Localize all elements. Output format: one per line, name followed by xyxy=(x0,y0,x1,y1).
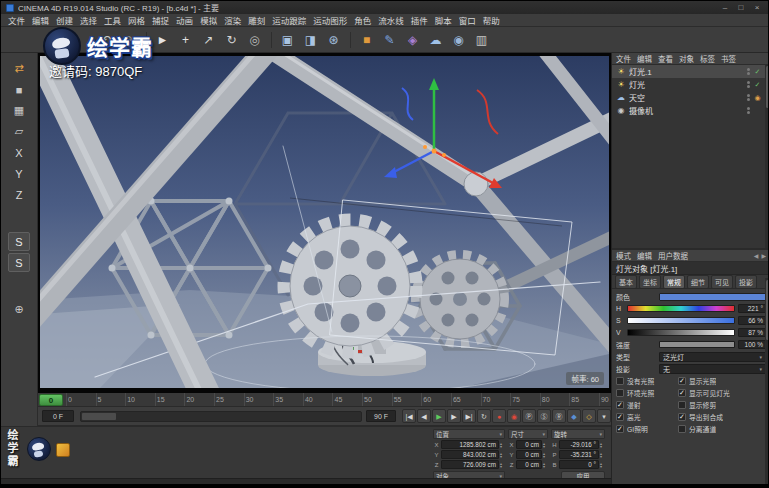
lock-z-axis-icon[interactable]: Z xyxy=(8,185,30,204)
spline-pen-icon[interactable]: ✎ xyxy=(379,29,400,50)
camera-icon[interactable]: ◉ xyxy=(448,29,469,50)
coordinate-field[interactable]: 843.002 cm xyxy=(441,450,499,459)
attribute-tab[interactable]: 细节 xyxy=(687,275,709,289)
color-swatch[interactable] xyxy=(659,293,766,301)
record-rotation-button[interactable]: Ⓡ xyxy=(552,409,566,423)
checkbox[interactable] xyxy=(616,425,624,433)
object-tag-icon[interactable]: ✓ xyxy=(753,81,762,89)
history-forward-icon[interactable]: ▶ xyxy=(761,252,766,259)
separator[interactable] xyxy=(346,32,351,48)
size-dropdown[interactable]: 尺寸 xyxy=(508,429,548,439)
attribute-tab[interactable]: 可见 xyxy=(711,275,733,289)
next-frame-button[interactable]: ▶ xyxy=(447,409,461,423)
render-view-icon[interactable]: ▣ xyxy=(277,29,298,50)
object-manager-menu-item[interactable]: 标签 xyxy=(700,53,715,64)
rotation-dropdown[interactable]: 旋转 xyxy=(551,429,605,439)
stepper-icon[interactable] xyxy=(500,452,505,458)
object-manager-menu-item[interactable]: 查看 xyxy=(658,53,673,64)
playback-options-button[interactable]: ▾ xyxy=(597,409,611,423)
history-back-icon[interactable]: ◀ xyxy=(754,252,759,259)
render-picture-viewer-icon[interactable]: ◨ xyxy=(300,29,321,50)
menu-item[interactable]: 模拟 xyxy=(200,14,217,26)
visibility-toggle-icon[interactable] xyxy=(747,94,750,101)
autokey-button[interactable]: ◉ xyxy=(507,409,521,423)
model-mode-icon[interactable]: ■ xyxy=(8,80,30,99)
deformer-icon[interactable]: ◈ xyxy=(402,29,423,50)
value-value-field[interactable]: 87 % xyxy=(738,328,766,337)
menu-item[interactable]: 角色 xyxy=(354,14,371,26)
checkbox[interactable] xyxy=(678,413,686,421)
object-manager-menu-item[interactable]: 对象 xyxy=(679,53,694,64)
coordinate-field[interactable]: 0 cm xyxy=(516,460,542,469)
saturation-value-field[interactable]: 66 % xyxy=(738,316,766,325)
attribute-tab[interactable]: 常规 xyxy=(663,275,685,289)
rotate-icon[interactable]: ↻ xyxy=(221,29,242,50)
texture-mode-icon[interactable]: ▦ xyxy=(8,101,30,120)
range-end-field[interactable]: 90 F xyxy=(366,410,396,422)
object-manager-menu-item[interactable]: 编辑 xyxy=(637,53,652,64)
object-item[interactable]: ◉ 摄像机 xyxy=(612,104,769,117)
render-settings-icon[interactable]: ⊛ xyxy=(323,29,344,50)
object-item[interactable]: ☀ 灯光 ✓ xyxy=(612,78,769,91)
perspective-viewport[interactable]: 帧率: 60 xyxy=(38,53,611,393)
solo-icon[interactable]: S xyxy=(8,253,30,272)
stepper-icon[interactable] xyxy=(600,462,605,468)
visibility-toggle-icon[interactable] xyxy=(747,107,750,114)
checkbox[interactable] xyxy=(678,401,686,409)
menu-item[interactable]: 帮助 xyxy=(483,14,500,26)
attribute-tab[interactable]: 坐标 xyxy=(639,275,661,289)
viewport-canvas[interactable] xyxy=(40,56,609,388)
stepper-icon[interactable] xyxy=(600,452,605,458)
timeline-ruler[interactable]: 051015202530354045505560657075808590 0 xyxy=(38,393,611,407)
checkbox[interactable] xyxy=(616,377,624,385)
object-manager-menu-item[interactable]: 文件 xyxy=(616,53,631,64)
checkbox[interactable] xyxy=(678,389,686,397)
stepper-icon[interactable] xyxy=(543,442,548,448)
stepper-icon[interactable] xyxy=(500,442,505,448)
light-type-dropdown[interactable]: 泛光灯 xyxy=(659,352,766,362)
checkbox[interactable] xyxy=(678,425,686,433)
display-mode-icon[interactable]: ▥ xyxy=(471,29,492,50)
menu-item[interactable]: 文件 xyxy=(8,14,25,26)
object-manager-scrollbar[interactable] xyxy=(765,65,769,248)
attribute-menu-mode[interactable]: 模式 xyxy=(616,250,631,261)
attribute-menu-edit[interactable]: 编辑 xyxy=(637,250,652,261)
environment-icon[interactable]: ☁ xyxy=(425,29,446,50)
menu-item[interactable]: 动画 xyxy=(176,14,193,26)
checkbox[interactable] xyxy=(678,377,686,385)
hue-slider[interactable] xyxy=(627,305,735,312)
range-slider[interactable] xyxy=(80,411,362,422)
separator[interactable] xyxy=(267,32,272,48)
menu-item[interactable]: 捕捉 xyxy=(152,14,169,26)
object-tag-icon[interactable]: ◉ xyxy=(753,94,762,102)
attribute-menu-userdata[interactable]: 用户数据 xyxy=(658,250,688,261)
record-parameter-button[interactable]: ◆ xyxy=(567,409,581,423)
checkbox[interactable] xyxy=(616,401,624,409)
menu-item[interactable]: 工具 xyxy=(104,14,121,26)
menu-item[interactable]: 网格 xyxy=(128,14,145,26)
lock-y-axis-icon[interactable]: Y xyxy=(8,164,30,183)
minimize-button[interactable]: – xyxy=(719,2,731,13)
menu-item[interactable]: 运动跟踪 xyxy=(272,14,306,26)
coordinate-field[interactable]: -29.016 ° xyxy=(559,440,599,449)
maximize-button[interactable]: □ xyxy=(735,2,747,13)
keyframe-selection-button[interactable]: ◇ xyxy=(582,409,596,423)
make-editable-icon[interactable]: ⇄ xyxy=(8,59,30,78)
stepper-icon[interactable] xyxy=(543,452,548,458)
object-tag-icon[interactable]: ✓ xyxy=(753,68,762,76)
checkbox[interactable] xyxy=(616,389,624,397)
scale-icon[interactable]: ↗ xyxy=(198,29,219,50)
range-slider-thumb[interactable] xyxy=(82,413,116,420)
menu-item[interactable]: 创建 xyxy=(56,14,73,26)
material-thumbnail[interactable] xyxy=(56,443,70,457)
menu-item[interactable]: 运动图形 xyxy=(313,14,347,26)
current-frame-field[interactable]: 0 F xyxy=(42,410,74,422)
shadow-dropdown[interactable]: 无 xyxy=(659,364,766,374)
loop-button[interactable]: ↻ xyxy=(477,409,491,423)
attribute-tab[interactable]: 基本 xyxy=(615,275,637,289)
close-button[interactable]: × xyxy=(751,2,763,13)
checkbox[interactable] xyxy=(616,413,624,421)
coordinate-field[interactable]: 726.009 cm xyxy=(441,460,499,469)
prev-frame-button[interactable]: ◀ xyxy=(417,409,431,423)
goto-end-button[interactable]: ▶| xyxy=(462,409,476,423)
